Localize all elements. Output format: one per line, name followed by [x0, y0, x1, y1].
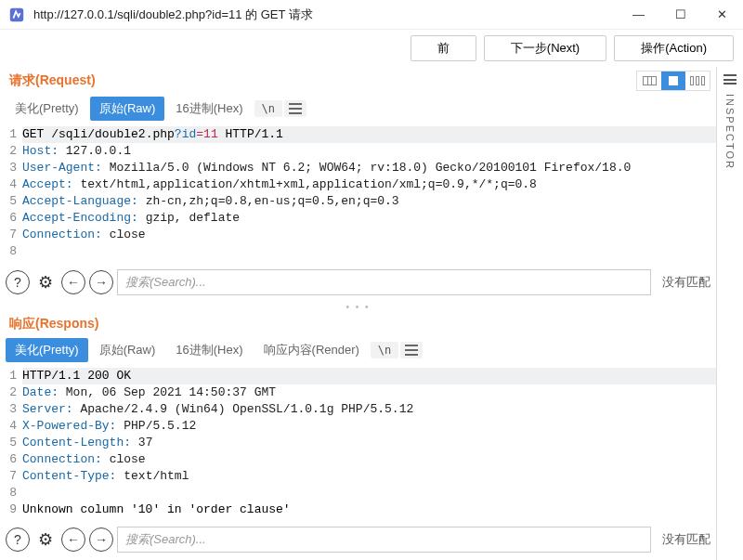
inspector-label: INSPECTOR — [724, 94, 736, 170]
splitter[interactable]: • • • — [0, 303, 716, 312]
next-button[interactable]: 下一步(Next) — [484, 35, 606, 61]
response-footer: ? ⚙ ← → 搜索(Search)... 没有匹配 — [0, 521, 716, 560]
response-menu-icon[interactable] — [400, 342, 423, 358]
request-nomatch: 没有匹配 — [655, 274, 710, 291]
view-one-col-button[interactable] — [661, 72, 685, 90]
prev-button[interactable]: 前 — [411, 35, 476, 61]
help-icon[interactable]: ? — [6, 527, 30, 552]
tab-hex[interactable]: 16进制(Hex) — [166, 338, 252, 362]
response-editor[interactable]: 1HTTP/1.1 200 OK2Date: Mon, 06 Sep 2021 … — [0, 366, 716, 521]
tab-hex[interactable]: 16进制(Hex) — [166, 97, 252, 121]
titlebar: http://127.0.0.1/sqli/double2.php?id=11 … — [0, 0, 743, 30]
gear-icon[interactable]: ⚙ — [33, 527, 58, 552]
app-icon — [4, 2, 30, 28]
inspector-sidebar[interactable]: INSPECTOR — [717, 67, 743, 560]
request-editor[interactable]: 1GET /sqli/double2.php?id=11 HTTP/1.12Ho… — [0, 124, 716, 264]
tab-raw[interactable]: 原始(Raw) — [90, 338, 165, 362]
inspector-toggle-icon[interactable] — [721, 72, 739, 86]
forward-icon[interactable]: → — [89, 527, 113, 552]
forward-icon[interactable]: → — [89, 270, 113, 294]
window-title: http://127.0.0.1/sqli/double2.php?id=11 … — [33, 7, 618, 23]
back-icon[interactable]: ← — [61, 527, 85, 552]
newline-toggle[interactable]: \n — [254, 100, 282, 117]
request-footer: ? ⚙ ← → 搜索(Search)... 没有匹配 — [0, 264, 716, 303]
tab-render[interactable]: 响应内容(Render) — [254, 338, 369, 362]
action-button[interactable]: 操作(Action) — [614, 35, 734, 61]
request-tabs: 美化(Pretty) 原始(Raw) 16进制(Hex) \n — [0, 93, 716, 124]
response-tabs: 美化(Pretty) 原始(Raw) 16进制(Hex) 响应内容(Render… — [0, 334, 716, 366]
response-title: 响应(Respons) — [9, 316, 710, 332]
tab-pretty[interactable]: 美化(Pretty) — [6, 338, 88, 362]
toolbar: 前 下一步(Next) 操作(Action) — [0, 30, 743, 67]
response-search-input[interactable]: 搜索(Search)... — [117, 527, 651, 553]
response-nomatch: 没有匹配 — [655, 531, 710, 548]
back-icon[interactable]: ← — [61, 270, 85, 294]
request-search-input[interactable]: 搜索(Search)... — [117, 269, 651, 295]
minimize-button[interactable]: — — [618, 0, 659, 30]
request-menu-icon[interactable] — [284, 100, 306, 117]
close-button[interactable]: ✕ — [701, 0, 743, 30]
tab-pretty[interactable]: 美化(Pretty) — [6, 97, 88, 121]
maximize-button[interactable]: ☐ — [659, 0, 701, 30]
view-three-col-button[interactable] — [685, 72, 710, 90]
gear-icon[interactable]: ⚙ — [33, 270, 58, 294]
view-two-col-button[interactable] — [637, 72, 661, 90]
newline-toggle[interactable]: \n — [371, 342, 398, 358]
tab-raw[interactable]: 原始(Raw) — [90, 97, 165, 121]
view-switch — [636, 71, 710, 91]
request-title: 请求(Request) — [9, 72, 636, 89]
help-icon[interactable]: ? — [6, 270, 30, 294]
